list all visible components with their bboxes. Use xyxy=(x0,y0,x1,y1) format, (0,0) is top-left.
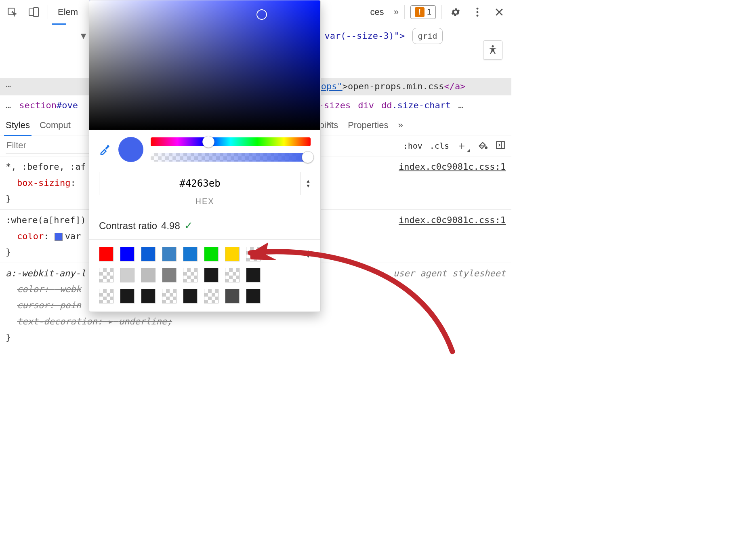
hex-value-input[interactable] xyxy=(99,172,301,195)
overflow-ellipsis-icon: ⋯ xyxy=(0,81,12,91)
user-agent-label: user agent stylesheet xyxy=(393,265,506,282)
color-picker-panel: ▲▼ HEX Contrast ratio 4.98 ✓ ▲▼ xyxy=(89,0,321,312)
subtab-styles[interactable]: Styles xyxy=(6,120,30,131)
svg-point-5 xyxy=(477,15,479,17)
palette-swatch[interactable] xyxy=(162,247,177,261)
palette-swatch[interactable] xyxy=(183,247,198,261)
breadcrumb-overflow-right[interactable]: … xyxy=(458,100,464,110)
hue-thumb[interactable] xyxy=(202,136,214,148)
more-tabs-chevron-icon[interactable]: » xyxy=(394,7,399,17)
palette-swatch[interactable] xyxy=(141,268,156,282)
palette-swatch[interactable] xyxy=(162,289,177,303)
check-icon: ✓ xyxy=(184,219,193,232)
breadcrumb-item[interactable]: div xyxy=(358,100,374,110)
subtab-properties[interactable]: Properties xyxy=(348,120,388,131)
more-subtabs-chevron-icon[interactable]: » xyxy=(398,120,403,131)
href-link[interactable]: ops" xyxy=(321,81,343,91)
svg-point-4 xyxy=(477,11,479,13)
close-icon[interactable] xyxy=(326,116,333,133)
eyedropper-icon[interactable] xyxy=(99,143,111,156)
device-toolbar-icon[interactable] xyxy=(26,4,42,20)
tab-sources-partial[interactable]: ces xyxy=(366,7,388,17)
kebab-menu-icon[interactable] xyxy=(469,4,485,20)
svg-point-7 xyxy=(485,147,487,149)
color-format-stepper[interactable]: ▲▼ xyxy=(306,179,311,188)
close-tag: </a> xyxy=(444,81,465,91)
paint-bucket-icon[interactable] xyxy=(477,140,488,152)
grid-badge[interactable]: grid xyxy=(412,28,442,44)
color-format-label: HEX xyxy=(89,197,320,212)
settings-gear-icon[interactable] xyxy=(448,4,464,20)
palette-swatch[interactable] xyxy=(246,247,261,261)
svg-point-3 xyxy=(477,7,479,9)
palette-swatch[interactable] xyxy=(99,268,113,282)
palette-swatch[interactable] xyxy=(120,289,135,303)
new-rule-plus-icon[interactable]: ＋◢ xyxy=(456,139,470,153)
color-swatch[interactable] xyxy=(55,233,63,241)
sv-handle[interactable] xyxy=(256,9,267,20)
alpha-slider[interactable] xyxy=(151,153,311,162)
palette-swatch[interactable] xyxy=(246,268,261,282)
breadcrumb-overflow-left[interactable]: … xyxy=(6,100,12,110)
tab-elements[interactable]: Elem xyxy=(54,7,82,17)
palette-swatch[interactable] xyxy=(225,247,240,261)
current-color-preview xyxy=(118,137,143,162)
hov-toggle[interactable]: :hov xyxy=(403,141,422,151)
palette-swatch[interactable] xyxy=(204,268,219,282)
palette-swatch[interactable] xyxy=(225,268,240,282)
palette-swatch[interactable] xyxy=(225,289,240,303)
palette-swatch[interactable] xyxy=(141,289,156,303)
source-link[interactable]: index.c0c9081c.css:1 xyxy=(399,212,506,228)
palette-swatch[interactable] xyxy=(99,289,113,303)
cls-toggle[interactable]: .cls xyxy=(430,141,449,151)
palette-swatch[interactable] xyxy=(246,289,261,303)
inspect-element-icon[interactable] xyxy=(4,4,20,20)
hue-slider[interactable] xyxy=(151,137,311,146)
source-link[interactable]: index.c0c9081c.css:1 xyxy=(399,159,506,175)
palette-swatches xyxy=(99,247,261,303)
contrast-value: 4.98 xyxy=(161,220,180,232)
saturation-value-field[interactable] xyxy=(89,0,320,130)
palette-swatch[interactable] xyxy=(204,247,219,261)
subtab-computed[interactable]: Comput xyxy=(40,120,71,131)
warning-icon: ! xyxy=(415,7,425,17)
issues-badge[interactable]: ! 1 xyxy=(410,5,436,19)
issues-count: 1 xyxy=(427,7,431,17)
contrast-ratio-row[interactable]: Contrast ratio 4.98 ✓ xyxy=(89,212,320,240)
attr-value: var(--size-3)"> xyxy=(325,31,405,41)
palette-swatch[interactable] xyxy=(141,247,156,261)
palette-swatch[interactable] xyxy=(120,247,135,261)
collapse-triangle-icon[interactable]: ▼ xyxy=(81,31,86,41)
toolbar-divider xyxy=(441,5,442,19)
palette-swatch[interactable] xyxy=(162,268,177,282)
close-devtools-icon[interactable] xyxy=(491,4,507,20)
breadcrumb-item[interactable]: section#ove xyxy=(19,100,78,110)
palette-swatch[interactable] xyxy=(183,289,198,303)
toolbar-divider xyxy=(404,5,405,19)
svg-rect-2 xyxy=(34,8,38,17)
accessibility-button[interactable] xyxy=(483,40,502,60)
css-property[interactable]: box-sizing xyxy=(6,178,70,188)
breadcrumb-item[interactable]: dd.size-chart xyxy=(381,100,451,110)
svg-point-6 xyxy=(492,45,494,47)
palette-swatch[interactable] xyxy=(204,289,219,303)
palette-swatch[interactable] xyxy=(120,268,135,282)
css-property[interactable]: color xyxy=(6,231,44,241)
toolbar-divider xyxy=(48,5,48,19)
contrast-label: Contrast ratio xyxy=(99,220,157,232)
svg-rect-8 xyxy=(496,142,504,149)
palette-stepper[interactable]: ▲▼ xyxy=(306,249,311,258)
sidebar-toggle-icon[interactable] xyxy=(495,140,506,152)
alpha-thumb[interactable] xyxy=(302,151,314,163)
palette-swatch[interactable] xyxy=(99,247,113,261)
palette-swatch[interactable] xyxy=(183,268,198,282)
